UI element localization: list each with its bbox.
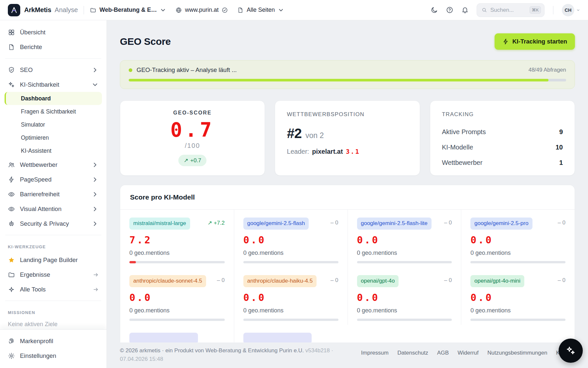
model-pill[interactable]: google/gemini-2.5-flash-lite <box>357 218 432 230</box>
model-cell-mistralai-mistral-large: mistralai/mistral-large↗ +7.27.20 geo.me… <box>120 210 234 267</box>
chevron-right-icon <box>91 191 99 198</box>
model-score-bar <box>357 261 452 263</box>
main-content: GEO Score KI-Tracking starten GEO-Tracki… <box>107 20 588 368</box>
status-counter: 48/49 Abfragen <box>529 67 566 73</box>
sidebar-item-landing-page-builder[interactable]: Landing Page Builder <box>0 253 106 267</box>
sidebar-item-security-privacy[interactable]: Security & Privacy <box>0 216 106 231</box>
model-pill[interactable]: openai/gpt-4o <box>357 275 399 287</box>
start-ki-tracking-button[interactable]: KI-Tracking starten <box>495 33 575 50</box>
robot-icon <box>8 220 15 227</box>
model-mentions: 0 geo.mentions <box>357 307 452 314</box>
sidebar-item-barrierefreiheit[interactable]: Barrierefreiheit <box>0 187 106 202</box>
sidebar-item-label: Einstellungen <box>20 352 99 359</box>
sidebar-item-berichte[interactable]: Berichte <box>0 40 106 54</box>
users-icon <box>8 161 15 168</box>
sidebar-item-einstellungen[interactable]: Einstellungen <box>0 348 106 363</box>
tracking-row: Aktive Prompts9 <box>442 124 563 140</box>
sidebar-divider <box>5 58 101 59</box>
model-pill[interactable]: anthropic/claude-sonnet-4.5 <box>129 275 206 287</box>
chevron-right-icon <box>91 66 99 74</box>
domain-label: www.purin.at <box>185 7 219 13</box>
search-placeholder: Suchen... <box>490 7 526 13</box>
model-pill[interactable]: google/gemini-2.5-pro <box>470 218 532 230</box>
footer-link-datenschutz[interactable]: Datenschutz <box>397 350 428 368</box>
leader-score: 3.1 <box>346 148 360 155</box>
sidebar-section-ki-werkzeuge: KI-WERKZEUGE <box>0 239 106 253</box>
model-pill[interactable] <box>129 333 198 344</box>
model-cell-google-gemini-2-5-flash: google/gemini-2.5-flash– 00.00 geo.menti… <box>234 210 348 267</box>
project-label: Web-Beratung & E… <box>99 7 157 13</box>
eye-icon <box>8 191 15 198</box>
search-input[interactable]: Suchen... ⌘K <box>477 3 545 17</box>
sidebar-item-seo[interactable]: SEO <box>0 62 106 77</box>
model-mentions: 0 geo.mentions <box>357 250 452 256</box>
tracking-row-value: 1 <box>559 159 563 166</box>
help-icon[interactable] <box>446 6 453 14</box>
folder-icon <box>90 7 96 13</box>
tracking-rows: Aktive Prompts9KI-Modelle10Wettbewerber1 <box>442 124 563 170</box>
chevron-down-icon <box>576 8 580 12</box>
notifications-icon[interactable] <box>461 6 469 14</box>
model-pill[interactable]: openai/gpt-4o-mini <box>470 275 524 287</box>
sidebar-item-ki-sichtbarkeit[interactable]: KI-Sichtbarkeit <box>0 77 106 92</box>
page-title: GEO Score <box>120 36 171 47</box>
footer-link-nutzungsbestimmungen[interactable]: Nutzungsbestimmungen <box>487 350 547 368</box>
sidebar-item-wettbewerber[interactable]: Wettbewerber <box>0 157 106 172</box>
missions-empty-label: Keine aktiven Ziele <box>0 318 106 330</box>
sidebar-item-label: Ergebnisse <box>20 271 88 278</box>
competition-rank: #2 <box>287 126 302 141</box>
model-pill[interactable] <box>243 333 312 344</box>
globe-icon <box>175 7 182 13</box>
tracking-row: KI-Modelle10 <box>442 140 563 155</box>
model-trend: – 0 <box>331 277 338 284</box>
sidebar-item-label: Landing Page Builder <box>20 256 99 264</box>
tracking-row-label: Wettbewerber <box>442 159 482 166</box>
model-pill[interactable]: anthropic/claude-haiku-4.5 <box>243 275 317 287</box>
scope-selector[interactable]: Alle Seiten <box>237 7 284 13</box>
chevron-down-icon <box>278 7 284 13</box>
sidebar-item-alle-tools[interactable]: Alle Tools <box>0 282 106 297</box>
sidebar-subitem-ki-assistent[interactable]: KI-Assistent <box>5 144 102 157</box>
sidebar-subitem-simulator[interactable]: Simulator <box>5 118 102 131</box>
model-cell-openai-gpt-4o: openai/gpt-4o– 00.00 geo.mentions <box>348 267 461 325</box>
model-scores-title: Score pro KI-Modell <box>130 193 565 201</box>
model-pill[interactable]: google/gemini-2.5-flash <box>243 218 309 230</box>
sidebar-item-übersicht[interactable]: Übersicht <box>0 25 106 40</box>
footer-link-impressum[interactable]: Impressum <box>361 350 388 368</box>
footer-link-agb[interactable]: AGB <box>437 350 449 368</box>
footer-link-widerruf[interactable]: Widerruf <box>458 350 479 368</box>
model-cell-header: openai/gpt-4o– 0 <box>357 275 452 287</box>
tracking-status-banner: GEO-Tracking aktiv – Analyse läuft ... 4… <box>120 60 575 89</box>
sidebar-subitem-label: Dashboard <box>21 95 51 102</box>
model-scores-card: Score pro KI-Modell mistralai/mistral-la… <box>120 185 575 368</box>
sidebar-item-pagespeed[interactable]: PageSpeed <box>0 172 106 187</box>
dark-mode-icon[interactable] <box>431 6 438 14</box>
sidebar-item-ergebnisse[interactable]: Ergebnisse <box>0 267 106 282</box>
chevron-down-icon <box>91 81 99 88</box>
ai-assistant-fab[interactable] <box>559 339 583 363</box>
sidebar-item-visual-attention[interactable]: Visual Attention <box>0 202 106 216</box>
sidebar-subitem-fragen-sichtbarkeit[interactable]: Fragen & Sichtbarkeit <box>5 105 102 118</box>
model-pill[interactable]: mistralai/mistral-large <box>129 218 190 230</box>
model-score: 0.0 <box>243 292 338 303</box>
chevron-down-icon <box>160 7 166 13</box>
tracking-progress-fill <box>129 79 548 81</box>
sparkles-icon <box>565 345 576 356</box>
model-score-bar <box>129 319 225 321</box>
sidebar-item-markenprofil[interactable]: Markenprofil <box>0 334 106 348</box>
sidebar-item-label: Security & Privacy <box>20 220 87 227</box>
geo-score-title: GEO-SCORE <box>173 110 212 116</box>
trend-up-icon: ↗ <box>184 157 188 164</box>
domain-indicator[interactable]: www.purin.at <box>175 7 228 13</box>
app-logo[interactable] <box>8 4 20 16</box>
project-selector[interactable]: Web-Beratung & E… <box>90 7 166 13</box>
model-score-bar <box>470 261 565 263</box>
sparkles-icon <box>8 81 15 88</box>
user-menu[interactable]: CH <box>562 4 580 16</box>
arkmetis-logo-icon <box>10 6 18 14</box>
sidebar-subitem-dashboard[interactable]: Dashboard <box>5 92 102 105</box>
eye-icon <box>8 205 15 213</box>
model-mentions: 0 geo.mentions <box>243 250 338 256</box>
tracking-row: Wettbewerber1 <box>442 155 563 170</box>
sidebar-subitem-optimieren[interactable]: Optimieren <box>5 131 102 144</box>
